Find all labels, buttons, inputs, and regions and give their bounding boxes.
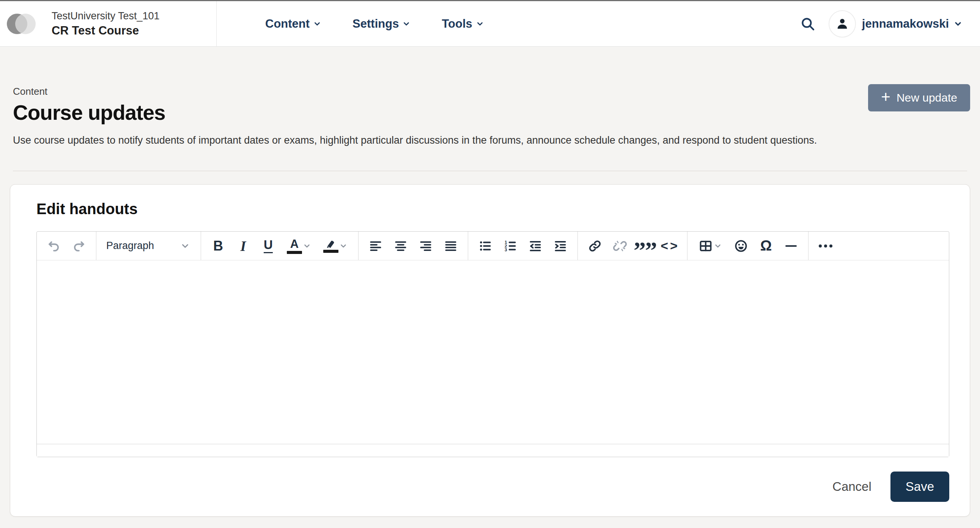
new-update-label: New update (897, 91, 957, 104)
unlink-icon (613, 239, 627, 253)
code-icon: <> (660, 238, 679, 253)
format-select[interactable]: Paragraph (102, 234, 196, 258)
plus-icon: + (881, 89, 891, 105)
bold-button[interactable]: B (207, 234, 230, 258)
editor-content-area[interactable] (37, 260, 949, 444)
special-character-button[interactable]: Ω (754, 234, 778, 258)
username: jennamakowski (862, 17, 949, 31)
redo-button[interactable] (67, 234, 91, 258)
search-button[interactable] (800, 16, 816, 32)
align-justify-button[interactable] (439, 234, 463, 258)
new-update-button[interactable]: + New update (868, 84, 970, 111)
chevron-down-icon (714, 242, 722, 250)
indent-button[interactable] (549, 234, 572, 258)
align-right-icon (418, 239, 433, 253)
avatar[interactable] (829, 10, 856, 38)
nav-tools-label: Tools (442, 17, 472, 31)
underline-icon: U (264, 238, 273, 253)
align-left-button[interactable] (364, 234, 387, 258)
horizontal-rule-button[interactable] (779, 234, 803, 258)
text-color-swatch (287, 251, 302, 254)
outdent-icon (528, 239, 542, 253)
format-select-value: Paragraph (106, 240, 154, 252)
card-title: Edit handouts (37, 200, 949, 217)
edit-handouts-card: Edit handouts Paragraph (10, 184, 970, 517)
indent-icon (553, 239, 568, 253)
ellipsis-icon (819, 244, 832, 247)
main-content: Content Course updates Use course update… (0, 47, 980, 517)
rich-text-editor: Paragraph B I U (37, 231, 949, 457)
link-icon (588, 239, 602, 253)
italic-icon: I (240, 238, 246, 254)
align-group (358, 231, 468, 260)
underline-button[interactable]: U (256, 234, 280, 258)
user-menu[interactable]: jennamakowski (862, 17, 963, 31)
align-justify-icon (444, 239, 458, 253)
insert-link-button[interactable] (583, 234, 607, 258)
link-group: ”” <> (578, 231, 687, 260)
remove-link-button[interactable] (608, 234, 632, 258)
page-description: Use course updates to notify students of… (13, 135, 817, 146)
numbered-list-button[interactable]: 1 2 3 (498, 234, 522, 258)
horizontal-rule-icon (785, 245, 797, 247)
undo-icon (47, 239, 61, 253)
bullet-list-button[interactable] (474, 234, 497, 258)
emoji-button[interactable] (729, 234, 753, 258)
numbered-list-icon: 1 2 3 (503, 239, 517, 253)
align-center-button[interactable] (389, 234, 412, 258)
cancel-button[interactable]: Cancel (832, 479, 872, 494)
highlight-color-swatch (323, 250, 339, 253)
search-icon (800, 16, 816, 32)
chevron-down-icon (339, 242, 348, 250)
omega-icon: Ω (760, 238, 772, 254)
text-color-icon: A (290, 238, 299, 250)
editor-status-bar (37, 444, 949, 457)
emoji-icon (734, 239, 748, 253)
undo-button[interactable] (42, 234, 66, 258)
table-button[interactable] (693, 234, 728, 258)
chevron-down-icon (180, 241, 190, 251)
main-nav: Content Settings Tools (265, 1, 484, 46)
format-group: Paragraph (96, 231, 201, 260)
code-button[interactable]: <> (658, 234, 682, 258)
save-button[interactable]: Save (891, 471, 949, 502)
svg-text:3: 3 (504, 247, 507, 252)
course-brand[interactable]: TestUniversity Test_101 CR Test Course (0, 1, 216, 46)
nav-settings-label: Settings (352, 17, 399, 31)
section-divider (13, 171, 967, 171)
breadcrumb: Content (13, 86, 817, 97)
italic-button[interactable]: I (231, 234, 255, 258)
nav-content-label: Content (265, 17, 310, 31)
more-options-button[interactable] (814, 234, 837, 258)
text-style-group: B I U A (201, 231, 358, 260)
chevron-down-icon (402, 20, 410, 28)
card-actions: Cancel Save (37, 471, 949, 502)
history-group (37, 231, 96, 260)
nav-settings[interactable]: Settings (352, 17, 410, 31)
app-header: TestUniversity Test_101 CR Test Course C… (0, 1, 980, 47)
nav-tools[interactable]: Tools (442, 17, 484, 31)
align-left-icon (368, 239, 383, 253)
overflow-group (808, 231, 843, 260)
person-icon (835, 16, 850, 32)
text-color-button[interactable]: A (282, 234, 317, 258)
chevron-down-icon (313, 20, 321, 28)
highlighter-icon (325, 239, 337, 249)
highlight-color-button[interactable] (318, 234, 353, 258)
redo-icon (72, 239, 86, 253)
page-head-text: Content Course updates Use course update… (13, 86, 817, 146)
org-name: TestUniversity Test_101 (52, 10, 160, 22)
org-logo-icon (7, 14, 36, 34)
bullet-list-icon (478, 239, 492, 253)
table-icon (698, 239, 713, 253)
align-right-button[interactable] (414, 234, 438, 258)
outdent-button[interactable] (523, 234, 547, 258)
blockquote-button[interactable]: ”” (633, 234, 657, 258)
align-center-icon (393, 239, 408, 253)
chevron-down-icon (953, 19, 963, 29)
bold-icon: B (213, 238, 223, 254)
header-actions: jennamakowski (800, 1, 980, 46)
page-title: Course updates (13, 100, 817, 125)
chevron-down-icon (303, 242, 311, 250)
nav-content[interactable]: Content (265, 17, 321, 31)
